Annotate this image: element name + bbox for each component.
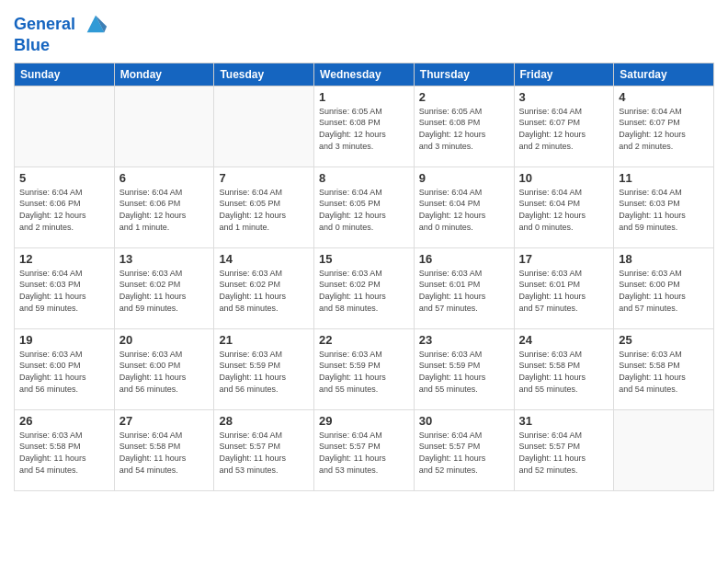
- calendar-day-cell: 14Sunrise: 6:03 AM Sunset: 6:02 PM Dayli…: [214, 247, 314, 328]
- calendar-day-cell: 1Sunrise: 6:05 AM Sunset: 6:08 PM Daylig…: [314, 86, 415, 167]
- weekday-header: Saturday: [614, 63, 714, 86]
- header: General Blue: [14, 9, 714, 55]
- calendar-day-cell: 17Sunrise: 6:03 AM Sunset: 6:01 PM Dayli…: [514, 247, 614, 328]
- day-number: 10: [519, 171, 609, 185]
- calendar-day-cell: 21Sunrise: 6:03 AM Sunset: 5:59 PM Dayli…: [214, 328, 314, 409]
- calendar-week-row: 1Sunrise: 6:05 AM Sunset: 6:08 PM Daylig…: [15, 86, 714, 167]
- calendar-day-cell: 15Sunrise: 6:03 AM Sunset: 6:02 PM Dayli…: [314, 247, 415, 328]
- day-number: 27: [119, 414, 210, 428]
- day-number: 16: [419, 252, 509, 266]
- day-info: Sunrise: 6:04 AM Sunset: 6:07 PM Dayligh…: [519, 106, 609, 152]
- day-number: 14: [219, 252, 309, 266]
- day-info: Sunrise: 6:04 AM Sunset: 5:58 PM Dayligh…: [119, 430, 210, 476]
- calendar-day-cell: 16Sunrise: 6:03 AM Sunset: 6:01 PM Dayli…: [414, 247, 514, 328]
- logo-text: General: [14, 13, 108, 37]
- day-info: Sunrise: 6:03 AM Sunset: 6:02 PM Dayligh…: [119, 268, 210, 314]
- day-number: 28: [219, 414, 309, 428]
- calendar-day-cell: 28Sunrise: 6:04 AM Sunset: 5:57 PM Dayli…: [214, 409, 314, 490]
- calendar-day-cell: 4Sunrise: 6:04 AM Sunset: 6:07 PM Daylig…: [614, 86, 714, 167]
- day-number: 22: [319, 333, 409, 347]
- calendar-day-cell: 24Sunrise: 6:03 AM Sunset: 5:58 PM Dayli…: [514, 328, 614, 409]
- day-info: Sunrise: 6:04 AM Sunset: 6:07 PM Dayligh…: [619, 106, 709, 152]
- day-info: Sunrise: 6:04 AM Sunset: 6:06 PM Dayligh…: [119, 187, 210, 233]
- logo-blue: Blue: [14, 37, 108, 55]
- day-info: Sunrise: 6:03 AM Sunset: 6:00 PM Dayligh…: [619, 268, 709, 314]
- calendar-day-cell: [114, 86, 214, 167]
- calendar-week-row: 26Sunrise: 6:03 AM Sunset: 5:58 PM Dayli…: [15, 409, 714, 490]
- day-number: 2: [419, 90, 509, 104]
- day-number: 1: [319, 90, 409, 104]
- calendar-day-cell: 3Sunrise: 6:04 AM Sunset: 6:07 PM Daylig…: [514, 86, 614, 167]
- day-info: Sunrise: 6:03 AM Sunset: 5:58 PM Dayligh…: [619, 349, 709, 395]
- calendar-day-cell: 26Sunrise: 6:03 AM Sunset: 5:58 PM Dayli…: [15, 409, 115, 490]
- day-info: Sunrise: 6:04 AM Sunset: 5:57 PM Dayligh…: [319, 430, 409, 476]
- day-info: Sunrise: 6:03 AM Sunset: 5:58 PM Dayligh…: [519, 349, 609, 395]
- calendar-day-cell: 8Sunrise: 6:04 AM Sunset: 6:05 PM Daylig…: [314, 167, 415, 247]
- day-number: 23: [419, 333, 509, 347]
- calendar-day-cell: 12Sunrise: 6:04 AM Sunset: 6:03 PM Dayli…: [15, 247, 115, 328]
- day-number: 13: [119, 252, 210, 266]
- day-number: 24: [519, 333, 609, 347]
- day-number: 19: [19, 333, 109, 347]
- day-number: 21: [219, 333, 309, 347]
- day-number: 3: [519, 90, 609, 104]
- weekday-header: Monday: [114, 63, 214, 86]
- page-container: General Blue SundayMondayTuesdayWednesda…: [0, 0, 728, 496]
- calendar-day-cell: 10Sunrise: 6:04 AM Sunset: 6:04 PM Dayli…: [514, 167, 614, 247]
- logo-general: General: [14, 15, 75, 33]
- day-info: Sunrise: 6:04 AM Sunset: 6:04 PM Dayligh…: [419, 187, 509, 233]
- day-number: 7: [219, 171, 309, 185]
- day-info: Sunrise: 6:04 AM Sunset: 5:57 PM Dayligh…: [519, 430, 609, 476]
- day-number: 25: [619, 333, 709, 347]
- day-info: Sunrise: 6:05 AM Sunset: 6:08 PM Dayligh…: [419, 106, 509, 152]
- day-number: 18: [619, 252, 709, 266]
- calendar-day-cell: 11Sunrise: 6:04 AM Sunset: 6:03 PM Dayli…: [614, 167, 714, 247]
- calendar-day-cell: 13Sunrise: 6:03 AM Sunset: 6:02 PM Dayli…: [114, 247, 214, 328]
- day-info: Sunrise: 6:04 AM Sunset: 5:57 PM Dayligh…: [219, 430, 309, 476]
- calendar-day-cell: 5Sunrise: 6:04 AM Sunset: 6:06 PM Daylig…: [15, 167, 115, 247]
- calendar-day-cell: 2Sunrise: 6:05 AM Sunset: 6:08 PM Daylig…: [414, 86, 514, 167]
- calendar-week-row: 19Sunrise: 6:03 AM Sunset: 6:00 PM Dayli…: [15, 328, 714, 409]
- day-info: Sunrise: 6:03 AM Sunset: 6:02 PM Dayligh…: [219, 268, 309, 314]
- day-info: Sunrise: 6:04 AM Sunset: 6:06 PM Dayligh…: [19, 187, 109, 233]
- day-number: 4: [619, 90, 709, 104]
- day-info: Sunrise: 6:04 AM Sunset: 5:57 PM Dayligh…: [419, 430, 509, 476]
- calendar-day-cell: 29Sunrise: 6:04 AM Sunset: 5:57 PM Dayli…: [314, 409, 415, 490]
- day-info: Sunrise: 6:04 AM Sunset: 6:04 PM Dayligh…: [519, 187, 609, 233]
- calendar-header-row: SundayMondayTuesdayWednesdayThursdayFrid…: [15, 63, 714, 86]
- calendar-table: SundayMondayTuesdayWednesdayThursdayFrid…: [14, 63, 714, 491]
- calendar-day-cell: 18Sunrise: 6:03 AM Sunset: 6:00 PM Dayli…: [614, 247, 714, 328]
- calendar-day-cell: 23Sunrise: 6:03 AM Sunset: 5:59 PM Dayli…: [414, 328, 514, 409]
- day-info: Sunrise: 6:03 AM Sunset: 5:59 PM Dayligh…: [419, 349, 509, 395]
- calendar-day-cell: 31Sunrise: 6:04 AM Sunset: 5:57 PM Dayli…: [514, 409, 614, 490]
- calendar-day-cell: 30Sunrise: 6:04 AM Sunset: 5:57 PM Dayli…: [414, 409, 514, 490]
- day-number: 11: [619, 171, 709, 185]
- weekday-header: Tuesday: [214, 63, 314, 86]
- day-info: Sunrise: 6:03 AM Sunset: 6:01 PM Dayligh…: [519, 268, 609, 314]
- day-number: 17: [519, 252, 609, 266]
- day-number: 29: [319, 414, 409, 428]
- day-number: 5: [19, 171, 109, 185]
- day-info: Sunrise: 6:04 AM Sunset: 6:05 PM Dayligh…: [219, 187, 309, 233]
- day-info: Sunrise: 6:04 AM Sunset: 6:03 PM Dayligh…: [19, 268, 109, 314]
- calendar-day-cell: 7Sunrise: 6:04 AM Sunset: 6:05 PM Daylig…: [214, 167, 314, 247]
- day-number: 31: [519, 414, 609, 428]
- calendar-day-cell: 27Sunrise: 6:04 AM Sunset: 5:58 PM Dayli…: [114, 409, 214, 490]
- day-info: Sunrise: 6:03 AM Sunset: 5:59 PM Dayligh…: [219, 349, 309, 395]
- weekday-header: Friday: [514, 63, 614, 86]
- calendar-week-row: 5Sunrise: 6:04 AM Sunset: 6:06 PM Daylig…: [15, 167, 714, 247]
- calendar-day-cell: 19Sunrise: 6:03 AM Sunset: 6:00 PM Dayli…: [15, 328, 115, 409]
- day-number: 30: [419, 414, 509, 428]
- calendar-week-row: 12Sunrise: 6:04 AM Sunset: 6:03 PM Dayli…: [15, 247, 714, 328]
- logo: General Blue: [14, 13, 108, 55]
- calendar-day-cell: 22Sunrise: 6:03 AM Sunset: 5:59 PM Dayli…: [314, 328, 415, 409]
- weekday-header: Thursday: [414, 63, 514, 86]
- day-info: Sunrise: 6:03 AM Sunset: 6:01 PM Dayligh…: [419, 268, 509, 314]
- calendar-day-cell: [214, 86, 314, 167]
- day-number: 12: [19, 252, 109, 266]
- calendar-day-cell: [614, 409, 714, 490]
- calendar-day-cell: 25Sunrise: 6:03 AM Sunset: 5:58 PM Dayli…: [614, 328, 714, 409]
- day-number: 8: [319, 171, 409, 185]
- day-info: Sunrise: 6:03 AM Sunset: 6:00 PM Dayligh…: [119, 349, 210, 395]
- day-number: 26: [19, 414, 109, 428]
